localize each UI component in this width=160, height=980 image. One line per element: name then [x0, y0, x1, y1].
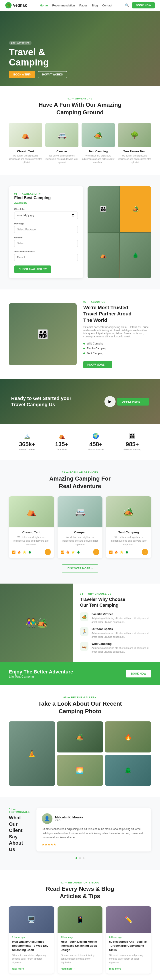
find-form: 01 — Availability Find Best Camping Avai… [9, 186, 83, 278]
tent-desc: We deliver and sightseers indigenous one… [9, 154, 42, 164]
stat-number-3: 458+ [88, 441, 104, 448]
play-button[interactable]: ▶ [104, 396, 115, 407]
nav-dot-2[interactable] [79, 857, 81, 859]
book-now-button[interactable]: BOOK NOW [132, 2, 155, 8]
book-now-adventure-button[interactable]: BOOK NOW [126, 670, 151, 678]
nav-home[interactable]: Home [40, 4, 48, 7]
news-desc-3: Sit amet consectetur adipiscing conque p… [109, 953, 148, 964]
nav-contact[interactable]: Contact [102, 4, 112, 7]
nav-recommendation[interactable]: Recommendation [52, 4, 75, 7]
apply-here-button[interactable]: APPLY HERE → [117, 398, 149, 406]
camp-card-1[interactable]: ⛺ Classic Tent We deliver and sightseers… [9, 123, 42, 164]
book-trip-button[interactable]: BOOK A TRIP [9, 71, 35, 78]
why-item-text-2: Outdoor Sports Adipiscing adipiscing ali… [91, 627, 153, 639]
services-section: 03 — Popular Services Amazing Camping Fo… [0, 460, 160, 584]
service-img-3: 🏕️ [106, 496, 151, 527]
camper-title: Camper [45, 150, 78, 153]
service-arrow-3[interactable]: → [142, 549, 148, 555]
cta-content: Ready to Get Started yourTravel Camping … [11, 395, 71, 408]
tent-camping-image: 🏕️ [82, 123, 115, 147]
services-title: Amazing Camping For Real Adventure [9, 475, 151, 490]
star-icon-2[interactable]: ⭐ [71, 550, 75, 554]
camping-section-label: 01 — Adventure [9, 97, 151, 100]
gallery-img-3: 🔥 [105, 721, 151, 752]
news-card-2[interactable]: 📱 6 Hours ago Meet Touch Design Mobile I… [58, 906, 103, 974]
nav-blog[interactable]: Blog [92, 4, 98, 7]
camping-ground-section: 01 — Adventure Have A Fun With Our Amazi… [0, 86, 160, 175]
nav-pages[interactable]: Pages [79, 4, 88, 7]
service-arrow-1[interactable]: → [45, 549, 51, 555]
gallery-section: 05 — Recent Gallery Take a Look About Ou… [0, 685, 160, 797]
gallery-section-label: 05 — Recent Gallery [9, 696, 151, 699]
tent-camping-title: Tent Camping [82, 150, 115, 153]
logo[interactable]: 🌿 Vedhak [5, 2, 27, 8]
gallery-item-4[interactable]: 🌅 [57, 755, 103, 786]
how-it-works-button[interactable]: HOW IT WORKS [38, 71, 67, 78]
know-more-button[interactable]: KNOW MORE → [83, 361, 112, 368]
accommodation-select[interactable]: Default [14, 254, 78, 261]
guests-field: Guests Select [14, 236, 78, 247]
feature-dot-3 [83, 353, 85, 354]
tree-icon-2[interactable]: 🌲 [77, 550, 80, 554]
service-arrow-2[interactable]: → [93, 549, 99, 555]
news-card-1[interactable]: 🖥️ 6 Hours ago Web Quality Assurance Req… [9, 906, 54, 974]
gallery-item-1[interactable]: 🧘 [9, 721, 55, 786]
stat-2: ⛺ 135+ Tent Sites [55, 433, 68, 451]
checkin-label: Check In [14, 208, 78, 210]
avail-label: Availability [14, 202, 78, 204]
service-card-1[interactable]: ⛺ Classic Tent We deliver and sightseers… [9, 496, 54, 558]
service-card-2[interactable]: 🚐 Camper We deliver and sightseers indig… [58, 496, 103, 558]
stat-1: 🏔️ 365k+ Heavy Traveler [19, 433, 35, 451]
stat-icon-3: 🌍 [88, 433, 104, 439]
star-icon-3[interactable]: ⭐ [120, 550, 123, 554]
testimonial-left: 01 — Testimonials What Our Client SayAbo… [9, 808, 30, 853]
tree-icon-3[interactable]: 🌲 [125, 550, 129, 554]
cta-title: Ready to Get Started yourTravel Camping … [11, 395, 71, 408]
search-icon[interactable]: 🔍 [125, 3, 129, 7]
checkin-input[interactable] [14, 212, 78, 219]
treehouse-desc: We deliver and sightseers indigenous one… [118, 154, 151, 164]
check-availability-button[interactable]: CHECK AVAILABILITY [14, 266, 51, 273]
fire-icon-3[interactable]: 🔥 [114, 550, 118, 554]
stat-label-1: Heavy Traveler [19, 448, 35, 451]
package-select[interactable]: Select Package [14, 226, 78, 233]
tree-icon[interactable]: 🌲 [28, 550, 32, 554]
news-title-2: Meet Touch Design Mobile Interfaces Smas… [61, 940, 99, 952]
feature-dot-2 [83, 348, 85, 349]
feature-2: Family Camping [83, 346, 151, 351]
nav-dot-3[interactable] [83, 857, 85, 859]
nav-dot-1[interactable] [75, 857, 77, 859]
gallery-item-5[interactable]: 🌲 [105, 755, 151, 786]
wifi-icon[interactable]: 📶 [12, 550, 16, 554]
feature-list: Wild Camping Family Camping Tent Camping [83, 341, 151, 356]
star-icon[interactable]: ⭐ [23, 550, 26, 554]
gallery-item-2[interactable]: 🏕️ [57, 721, 103, 752]
service-card-3[interactable]: 🏕️ Tent Camping We deliver and sightseer… [106, 496, 151, 558]
discover-more-button[interactable]: DISCOVER MORE > [62, 565, 98, 573]
news-body-3: 6 Hours ago 50 Resources And Tools To Tu… [106, 933, 151, 974]
wifi-icon-2[interactable]: 📶 [61, 550, 64, 554]
why-content: 04 — Why Choose Us Traveler Why ChooseOu… [73, 584, 160, 662]
trusted-image: 👨‍👩‍👧‍👦 [9, 303, 77, 365]
gallery-item-3[interactable]: 🔥 [105, 721, 151, 752]
reviewer-role: CEO [55, 819, 83, 822]
news-readmore-3[interactable]: read more → [109, 967, 124, 970]
accommodation-label: Accommodations [14, 250, 78, 253]
news-card-3[interactable]: ✏️ 6 Hours ago 50 Resources And Tools To… [106, 906, 151, 974]
news-readmore-1[interactable]: read more → [12, 967, 27, 970]
service-body-3: Tent Camping We deliver and sightseers i… [106, 527, 151, 558]
wifi-icon-3[interactable]: 📶 [109, 550, 113, 554]
stats-section: 🏔️ 365k+ Heavy Traveler ⛺ 135+ Tent Site… [0, 424, 160, 460]
find-image-grid: 👨‍👩‍👧 🏕️ ⛺ 🌲 [88, 186, 151, 278]
camp-card-3[interactable]: 🏕️ Tent Camping We deliver and sightseer… [82, 123, 115, 164]
news-body-2: 6 Hours ago Meet Touch Design Mobile Int… [58, 933, 103, 974]
fire-icon[interactable]: 🔥 [18, 550, 21, 554]
news-img-1: 🖥️ [9, 906, 54, 933]
camp-card-2[interactable]: 🚐 Camper We deliver and sightseers indig… [45, 123, 78, 164]
why-section-label: 04 — Why Choose Us [80, 592, 153, 595]
guests-select[interactable]: Select [14, 240, 78, 247]
camp-card-4[interactable]: 🌳 Tree House Tent We deliver and sightse… [118, 123, 151, 164]
testimonial-inner: 01 — Testimonials What Our Client SayAbo… [9, 808, 151, 853]
fire-icon-2[interactable]: 🔥 [66, 550, 70, 554]
news-readmore-2[interactable]: read more → [61, 967, 75, 970]
